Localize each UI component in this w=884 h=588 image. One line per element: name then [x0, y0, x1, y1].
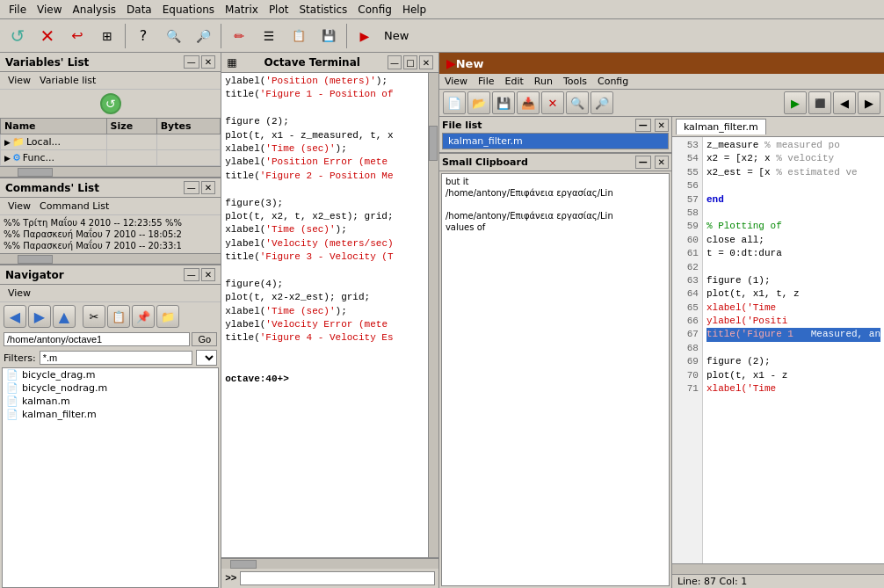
menu-config[interactable]: Config: [352, 2, 397, 18]
editor-replace-btn[interactable]: 🔎: [591, 91, 613, 114]
variables-menu-view[interactable]: View: [4, 74, 35, 87]
editor-save-btn[interactable]: 💾: [492, 91, 515, 114]
code-text[interactable]: z_measure % measured po x2 = [x2; x % ve…: [703, 137, 884, 563]
editor-saveas-btn[interactable]: 📥: [517, 91, 540, 114]
toolbar-edit-btn[interactable]: ✏: [225, 22, 253, 50]
code-editor: kalman_filter.m 535455565758 59606162636…: [672, 117, 884, 588]
editor-open-btn[interactable]: 📂: [467, 91, 490, 114]
editor-find-btn[interactable]: 🔍: [566, 91, 589, 114]
toolbar-undo-btn[interactable]: ↩: [63, 22, 91, 50]
editor-run-btn[interactable]: ▶: [784, 91, 807, 114]
terminal-line: title('Figure 4 - Velocity Es: [225, 331, 424, 345]
navigator-minimize-btn[interactable]: —: [184, 268, 199, 281]
toolbar-zoom-btn[interactable]: 🔎: [189, 22, 217, 50]
clipboard-close-btn[interactable]: ✕: [655, 156, 669, 169]
navigator-close-btn[interactable]: ✕: [201, 268, 215, 281]
editor-menu-view[interactable]: View: [439, 74, 473, 89]
terminal-maximize-btn[interactable]: □: [403, 55, 417, 69]
list-item[interactable]: 📄 bicycle_drag.m: [3, 368, 218, 381]
clipboard-line: [446, 199, 665, 210]
list-item[interactable]: 📄 kalman_filter.m: [3, 408, 218, 421]
editor-menu-run[interactable]: Run: [529, 74, 558, 89]
navigator-path-input[interactable]: [4, 332, 190, 346]
menu-file[interactable]: File: [4, 2, 32, 18]
editor-new-btn[interactable]: 📄: [443, 91, 466, 114]
variables-close-btn[interactable]: ✕: [201, 55, 215, 69]
code-tab[interactable]: kalman_filter.m: [676, 119, 766, 134]
commands-menu-cmdlist[interactable]: Command List: [35, 200, 113, 213]
list-item[interactable]: kalman_filter.m: [443, 134, 668, 149]
variables-scrollbar-h[interactable]: [0, 166, 221, 177]
var-refresh-container: ↺: [0, 90, 221, 118]
toolbar-save-btn[interactable]: 💾: [315, 22, 343, 50]
clipboard-min-btn[interactable]: —: [635, 156, 651, 169]
editor-nav-next-btn[interactable]: ▶: [858, 91, 880, 114]
code-line: t = 0:dt:dura: [706, 247, 880, 260]
terminal-minimize-btn[interactable]: —: [388, 55, 402, 69]
navigator-menu-view[interactable]: View: [4, 287, 35, 300]
clipboard-line: /home/antony/Επιφάνεια εργασίας/Lin: [446, 187, 665, 199]
toolbar-clipboard-btn[interactable]: 📋: [285, 22, 313, 50]
nav-folder-btn[interactable]: 📁: [156, 305, 179, 328]
nav-copy-btn[interactable]: 📋: [107, 305, 130, 328]
menu-equations[interactable]: Equations: [157, 2, 220, 18]
toolbar-close-btn[interactable]: ✕: [33, 22, 62, 50]
navigator-filter-input[interactable]: [40, 351, 192, 365]
editor-nav-prev-btn[interactable]: ◀: [833, 91, 856, 114]
menu-data[interactable]: Data: [121, 2, 157, 18]
list-item[interactable]: 📄 kalman.m: [3, 395, 218, 408]
nav-cut-btn[interactable]: ✂: [83, 305, 105, 328]
file-list-close-btn[interactable]: ✕: [655, 119, 669, 132]
nav-back-btn[interactable]: ◀: [4, 305, 26, 328]
variables-menu-varlist[interactable]: Variable list: [35, 74, 100, 87]
toolbar-grid-btn[interactable]: ⊞: [93, 22, 121, 50]
terminal-content[interactable]: ylabel('Position (meters)'); title('Figu…: [221, 73, 428, 557]
terminal-scrollbar-h[interactable]: [221, 558, 438, 569]
toolbar-help-btn[interactable]: ?: [129, 22, 157, 50]
toolbar-search-btn[interactable]: 🔍: [159, 22, 187, 50]
table-row[interactable]: ▶⚙Func...: [1, 150, 221, 166]
navigator-panel: Navigator — ✕ View ◀ ▶ ▲ ✂ 📋 📌 📁: [0, 265, 221, 588]
file-icon: 📄: [6, 409, 18, 420]
commands-close-btn[interactable]: ✕: [201, 181, 215, 194]
commands-minimize-btn[interactable]: —: [184, 181, 199, 194]
code-line: figure (1);: [706, 274, 880, 287]
nav-forward-btn[interactable]: ▶: [28, 305, 51, 328]
terminal-scrollbar-v[interactable]: [428, 73, 438, 557]
editor-scrollbar-h[interactable]: [672, 563, 884, 574]
menu-statistics[interactable]: Statistics: [294, 2, 353, 18]
editor-menu-edit[interactable]: Edit: [499, 74, 528, 89]
editor-file-list: kalman_filter.m: [442, 133, 669, 149]
toolbar-play-btn[interactable]: ▶: [351, 22, 379, 50]
commands-scrollbar-h[interactable]: [0, 253, 221, 264]
table-row[interactable]: ▶📁Local...: [1, 134, 221, 150]
variables-minimize-btn[interactable]: —: [184, 55, 199, 69]
navigator-title: Navigator: [5, 269, 64, 281]
var-refresh-btn[interactable]: ↺: [100, 93, 121, 114]
terminal-close-btn[interactable]: ✕: [419, 55, 433, 69]
navigator-go-btn[interactable]: Go: [192, 332, 217, 346]
menu-view[interactable]: View: [32, 2, 67, 18]
menu-analysis[interactable]: Analysis: [68, 2, 121, 18]
terminal-input[interactable]: [240, 571, 435, 585]
toolbar-list-btn[interactable]: ☰: [255, 22, 283, 50]
navigator-filter-dropdown[interactable]: ▼: [196, 350, 217, 366]
file-list-min-btn[interactable]: —: [635, 119, 651, 132]
editor-menu-config[interactable]: Config: [592, 74, 634, 89]
nav-up-btn[interactable]: ▲: [53, 305, 76, 328]
list-item[interactable]: 📄 bicycle_nodrag.m: [3, 381, 218, 395]
code-line: close all;: [706, 234, 880, 247]
menu-help[interactable]: Help: [397, 2, 431, 18]
toolbar-sep2: [221, 24, 221, 48]
menu-plot[interactable]: Plot: [264, 2, 294, 18]
commands-content: %% Τρίτη Μαΐου 4 2010 -- 12:23:55 %% %% …: [0, 215, 221, 253]
toolbar-refresh-btn[interactable]: ↺: [4, 22, 32, 50]
commands-menu-view[interactable]: View: [4, 200, 35, 213]
menu-matrix[interactable]: Matrix: [220, 2, 264, 18]
editor-stop-btn[interactable]: ⬛: [808, 91, 831, 114]
nav-paste-btn[interactable]: 📌: [132, 305, 155, 328]
var-func: ▶⚙Func...: [1, 150, 107, 166]
editor-close-btn[interactable]: ✕: [541, 91, 564, 114]
editor-menu-tools[interactable]: Tools: [558, 74, 592, 89]
editor-menu-file[interactable]: File: [473, 74, 499, 89]
